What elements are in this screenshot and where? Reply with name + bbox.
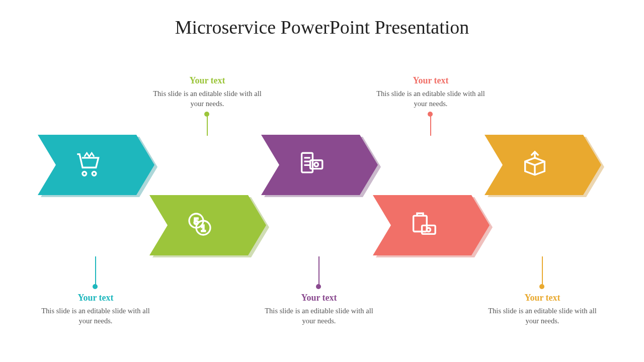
coins-icon: 51 xyxy=(186,210,214,240)
slide: Microservice PowerPoint Presentation 51 xyxy=(0,0,644,362)
callout-body: This slide is an editable slide with all… xyxy=(373,89,489,109)
bag-cash-icon xyxy=(409,210,438,241)
connector xyxy=(430,116,431,136)
step-arrow-3 xyxy=(261,135,378,195)
step-arrow-2: 51 xyxy=(149,195,266,255)
svg-text:1: 1 xyxy=(201,224,205,233)
callout-step-2: Your text This slide is an editable slid… xyxy=(149,75,265,109)
connector xyxy=(542,256,543,287)
receipt-icon xyxy=(297,149,326,180)
svg-point-3 xyxy=(92,171,96,175)
svg-text:5: 5 xyxy=(194,217,198,226)
svg-point-2 xyxy=(83,171,87,175)
callout-heading: Your text xyxy=(261,293,377,303)
callout-heading: Your text xyxy=(373,75,489,86)
callout-step-4: Your text This slide is an editable slid… xyxy=(373,75,489,109)
connector-dot xyxy=(204,112,209,117)
connector-dot xyxy=(539,284,544,289)
callout-body: This slide is an editable slide with all… xyxy=(261,306,377,326)
connector-dot xyxy=(316,284,321,289)
svg-point-14 xyxy=(314,162,318,166)
connector xyxy=(95,256,96,287)
callout-step-3: Your text This slide is an editable slid… xyxy=(261,293,377,326)
callout-body: This slide is an editable slide with all… xyxy=(485,306,600,326)
svg-rect-17 xyxy=(414,216,427,231)
slide-title: Microservice PowerPoint Presentation xyxy=(0,16,644,38)
callout-step-1: Your text This slide is an editable slid… xyxy=(38,293,153,326)
connector xyxy=(318,256,319,287)
svg-point-19 xyxy=(427,228,430,231)
step-arrow-1 xyxy=(38,135,154,195)
callout-heading: Your text xyxy=(485,293,600,303)
connector xyxy=(207,116,208,136)
callout-body: This slide is an editable slide with all… xyxy=(38,306,153,326)
step-arrow-4 xyxy=(373,195,490,255)
connector-dot xyxy=(93,284,98,289)
callout-heading: Your text xyxy=(38,293,153,303)
connector-dot xyxy=(428,112,433,117)
box-icon xyxy=(520,149,549,180)
callout-heading: Your text xyxy=(149,75,265,86)
cart-icon xyxy=(73,149,103,180)
step-arrow-5 xyxy=(485,135,601,195)
callout-step-5: Your text This slide is an editable slid… xyxy=(485,293,600,326)
svg-rect-18 xyxy=(422,225,436,234)
callout-body: This slide is an editable slide with all… xyxy=(149,89,265,109)
